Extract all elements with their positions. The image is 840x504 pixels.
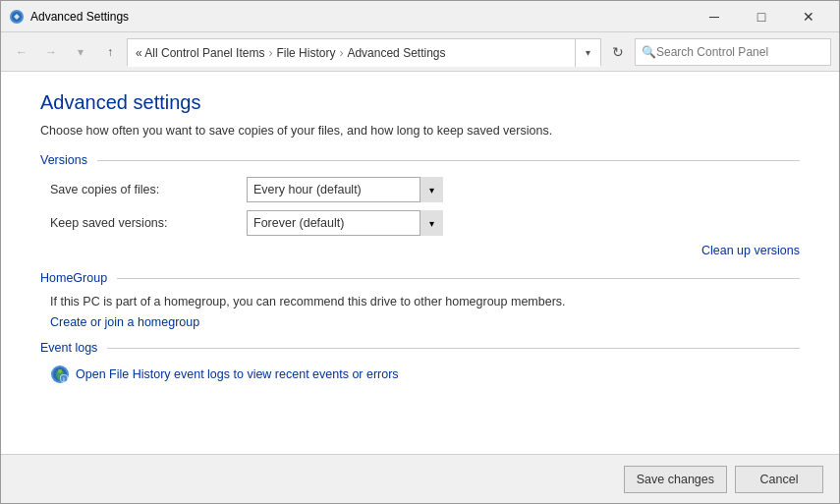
page-subtitle: Choose how often you want to save copies… — [40, 124, 800, 138]
homegroup-content: If this PC is part of a homegroup, you c… — [40, 295, 800, 329]
maximize-button[interactable]: □ — [739, 1, 784, 32]
main-content: Advanced settings Choose how often you w… — [1, 72, 839, 454]
page-title: Advanced settings — [40, 91, 800, 114]
close-button[interactable]: ✕ — [786, 1, 831, 32]
homegroup-section-header: HomeGroup — [40, 271, 800, 285]
keep-versions-select-wrap: Forever (default) Until space is needed … — [247, 210, 443, 236]
search-box: 🔍 — [635, 38, 831, 66]
versions-divider — [97, 160, 800, 161]
homegroup-link[interactable]: Create or join a homegroup — [50, 315, 199, 329]
dropdown-button[interactable]: ▾ — [68, 39, 93, 65]
forward-button[interactable]: → — [38, 39, 64, 65]
keep-versions-row: Keep saved versions: Forever (default) U… — [40, 210, 800, 236]
footer: Save changes Cancel — [1, 454, 839, 503]
minimize-button[interactable]: ─ — [692, 1, 737, 32]
homegroup-text: If this PC is part of a homegroup, you c… — [50, 295, 800, 308]
back-button[interactable]: ← — [9, 39, 34, 65]
eventlogs-row: i Open File History event logs to view r… — [40, 364, 800, 384]
save-copies-select-wrap: Every hour (default) Every 10 minutes Ev… — [247, 177, 443, 202]
eventlogs-section-header: Event logs — [40, 341, 800, 355]
keep-versions-label: Keep saved versions: — [50, 216, 247, 230]
breadcrumb: « All Control Panel Items › File History… — [128, 39, 575, 67]
homegroup-label: HomeGroup — [40, 271, 107, 285]
address-bar: ← → ▾ ↑ « All Control Panel Items › File… — [1, 32, 839, 72]
versions-label: Versions — [40, 153, 87, 167]
cancel-button[interactable]: Cancel — [735, 466, 823, 493]
event-log-icon: i — [50, 364, 70, 384]
window-title: Advanced Settings — [30, 10, 692, 24]
breadcrumb-dropdown-button[interactable]: ▾ — [575, 39, 600, 67]
search-input[interactable] — [656, 45, 824, 59]
up-button[interactable]: ↑ — [97, 39, 123, 65]
save-copies-row: Save copies of files: Every hour (defaul… — [40, 177, 800, 202]
event-log-link[interactable]: Open File History event logs to view rec… — [76, 367, 399, 381]
cleanup-versions-link[interactable]: Clean up versions — [40, 244, 800, 257]
window-icon — [9, 9, 25, 25]
save-changes-button[interactable]: Save changes — [624, 466, 727, 493]
window-controls: ─ □ ✕ — [692, 1, 831, 32]
save-copies-select[interactable]: Every hour (default) Every 10 minutes Ev… — [247, 177, 443, 202]
search-icon: 🔍 — [642, 45, 656, 59]
eventlogs-divider — [107, 348, 800, 349]
keep-versions-select[interactable]: Forever (default) Until space is needed … — [247, 210, 443, 236]
eventlogs-label: Event logs — [40, 341, 97, 355]
title-bar: Advanced Settings ─ □ ✕ — [1, 1, 839, 32]
refresh-button[interactable]: ↻ — [605, 39, 631, 65]
versions-section-header: Versions — [40, 153, 800, 167]
homegroup-divider — [117, 278, 800, 279]
main-window: Advanced Settings ─ □ ✕ ← → ▾ ↑ « All Co… — [0, 0, 840, 504]
save-copies-label: Save copies of files: — [50, 183, 247, 196]
